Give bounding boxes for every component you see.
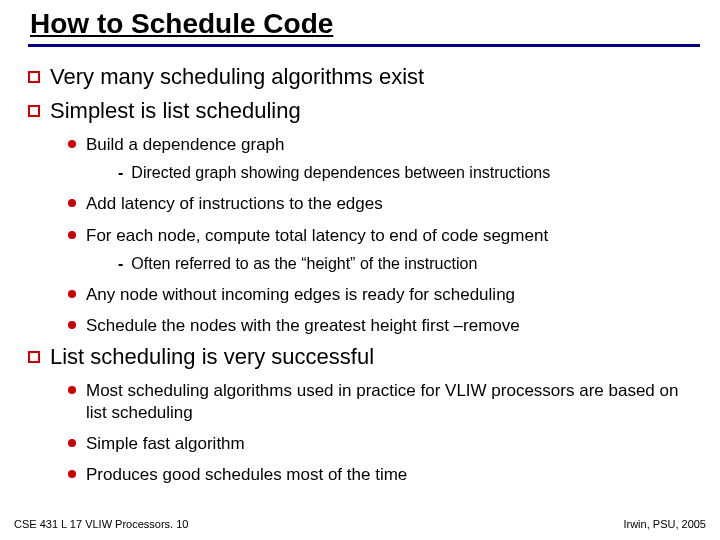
list-item: Any node without incoming edges is ready…	[68, 284, 700, 305]
list-item-text: Very many scheduling algorithms exist	[50, 64, 424, 90]
dash-bullet-icon: -	[118, 254, 123, 273]
slide-content: Very many scheduling algorithms exist Si…	[28, 56, 700, 487]
list-item: Most scheduling algorithms used in pract…	[68, 380, 700, 423]
square-bullet-icon	[28, 71, 40, 83]
slide: How to Schedule Code Very many schedulin…	[0, 0, 720, 540]
list-item: Simplest is list scheduling	[28, 98, 700, 124]
footer-left: CSE 431 L 17 VLIW Processors. 10	[14, 518, 188, 530]
square-bullet-icon	[28, 105, 40, 117]
list-item: Simple fast algorithm	[68, 433, 700, 454]
list-item-text: Build a dependence graph	[86, 134, 285, 155]
slide-title: How to Schedule Code	[30, 8, 333, 40]
list-item: List scheduling is very successful	[28, 344, 700, 370]
list-item-text: Any node without incoming edges is ready…	[86, 284, 515, 305]
list-item: For each node, compute total latency to …	[68, 225, 700, 246]
list-item-text: Most scheduling algorithms used in pract…	[86, 380, 700, 423]
dot-bullet-icon	[68, 231, 76, 239]
dot-bullet-icon	[68, 290, 76, 298]
dot-bullet-icon	[68, 140, 76, 148]
list-item: Schedule the nodes with the greatest hei…	[68, 315, 700, 336]
list-item: Produces good schedules most of the time	[68, 464, 700, 485]
list-item: Very many scheduling algorithms exist	[28, 64, 700, 90]
list-item-text: Schedule the nodes with the greatest hei…	[86, 315, 520, 336]
list-item: - Often referred to as the “height” of t…	[118, 254, 700, 274]
dot-bullet-icon	[68, 199, 76, 207]
dot-bullet-icon	[68, 470, 76, 478]
list-item-text: List scheduling is very successful	[50, 344, 374, 370]
square-bullet-icon	[28, 351, 40, 363]
list-item-text: Simple fast algorithm	[86, 433, 245, 454]
list-item-text: Simplest is list scheduling	[50, 98, 301, 124]
dot-bullet-icon	[68, 321, 76, 329]
list-item-text: Produces good schedules most of the time	[86, 464, 407, 485]
list-item-text: For each node, compute total latency to …	[86, 225, 548, 246]
list-item-text: Often referred to as the “height” of the…	[131, 254, 477, 274]
list-item-text: Directed graph showing dependences betwe…	[131, 163, 550, 183]
list-item: Add latency of instructions to the edges	[68, 193, 700, 214]
dot-bullet-icon	[68, 386, 76, 394]
list-item-text: Add latency of instructions to the edges	[86, 193, 383, 214]
dash-bullet-icon: -	[118, 163, 123, 182]
list-item: Build a dependence graph	[68, 134, 700, 155]
dot-bullet-icon	[68, 439, 76, 447]
footer-right: Irwin, PSU, 2005	[623, 518, 706, 530]
list-item: - Directed graph showing dependences bet…	[118, 163, 700, 183]
title-underline	[28, 44, 700, 47]
